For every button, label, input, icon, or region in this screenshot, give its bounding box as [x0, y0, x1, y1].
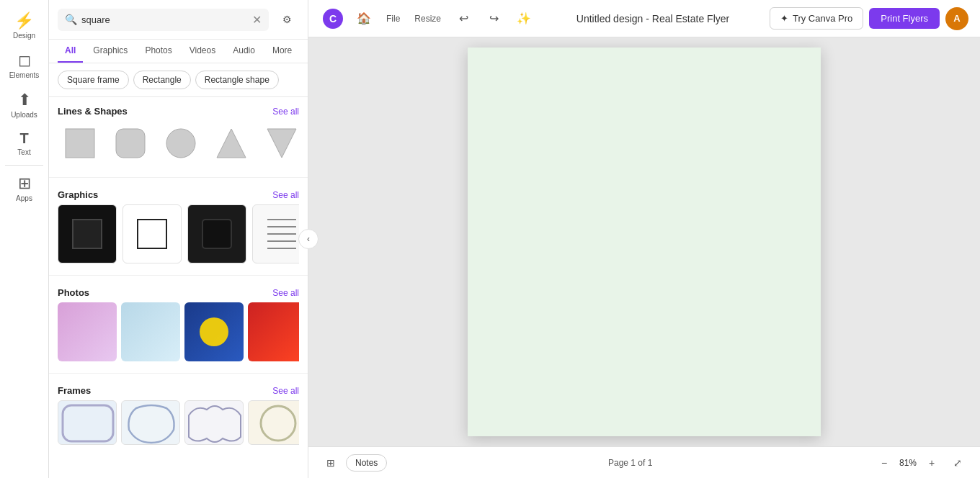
graphics-see-all[interactable]: See all — [272, 190, 299, 200]
frame-item-1[interactable] — [58, 400, 117, 445]
search-input-wrap[interactable]: 🔍 ✕ — [58, 9, 269, 31]
frames-grid — [58, 400, 299, 449]
magic-button[interactable]: ✨ — [512, 6, 536, 31]
lines-shapes-see-all[interactable]: See all — [272, 107, 299, 117]
sidebar-item-elements[interactable]: ◻ Elements — [0, 45, 48, 85]
photos-section: Photos See all › — [49, 279, 308, 370]
frame-item-2[interactable] — [121, 400, 180, 445]
divider-2 — [49, 275, 308, 276]
panel-sections: Lines & Shapes See all — [49, 97, 308, 478]
photos-see-all[interactable]: See all — [272, 288, 299, 298]
shape-square[interactable] — [58, 121, 102, 166]
notes-button[interactable]: Notes — [346, 454, 387, 472]
search-panel: 🔍 ✕ ⚙ All Graphics Photos Videos Audio M… — [49, 0, 308, 478]
shape-circle[interactable] — [159, 121, 203, 166]
lines-shapes-section: Lines & Shapes See all — [49, 97, 308, 174]
sidebar-label-text: Text — [17, 148, 30, 156]
bottombar-right: − 81% + ⤢ — [873, 452, 968, 474]
search-input[interactable] — [81, 14, 248, 25]
home-nav-button[interactable]: 🏠 — [352, 6, 376, 31]
photo-item-4[interactable] — [248, 302, 299, 361]
svg-point-16 — [200, 317, 228, 346]
topbar-center: Untitled design - Real Estate Flyer — [576, 13, 729, 24]
svg-marker-4 — [267, 129, 296, 158]
sidebar-item-apps[interactable]: ⊞ Apps — [0, 168, 48, 208]
resize-button[interactable]: Resize — [410, 6, 445, 31]
lines-shapes-title: Lines & Shapes — [58, 106, 128, 117]
print-flyers-button[interactable]: Print Flyers — [869, 8, 940, 29]
tab-all[interactable]: All — [58, 40, 83, 63]
svg-rect-1 — [116, 129, 145, 158]
graphic-item-1[interactable] — [58, 204, 117, 263]
frames-see-all[interactable]: See all — [272, 386, 299, 396]
tab-audio[interactable]: Audio — [226, 40, 262, 63]
shape-triangle-down[interactable] — [259, 121, 299, 166]
photo-item-3[interactable] — [184, 302, 244, 361]
apps-icon: ⊞ — [18, 174, 31, 193]
frames-header: Frames See all — [58, 381, 299, 400]
document-title: Untitled design - Real Estate Flyer — [576, 13, 729, 24]
quick-filter-rectangle-shape[interactable]: Rectangle shape — [195, 71, 279, 89]
svg-rect-13 — [58, 302, 117, 361]
sidebar-item-uploads[interactable]: ⬆ Uploads — [0, 85, 48, 125]
shape-triangle-up[interactable] — [209, 121, 254, 166]
panel-wrapper: 🔍 ✕ ⚙ All Graphics Photos Videos Audio M… — [49, 0, 308, 478]
bottombar-center: Page 1 of 1 — [608, 458, 652, 468]
sidebar-label-apps: Apps — [16, 194, 32, 202]
photo-item-1[interactable] — [58, 302, 117, 361]
tab-more[interactable]: More — [265, 40, 299, 63]
panel-collapse-button[interactable]: ‹ — [298, 229, 318, 249]
svg-point-2 — [166, 129, 195, 158]
try-pro-label: Try Canva Pro — [793, 13, 852, 24]
undo-button[interactable]: ↩ — [451, 6, 476, 31]
graphics-section: Graphics See all — [49, 181, 308, 272]
fit-to-screen-button[interactable]: ⤢ — [947, 452, 968, 474]
sidebar: ⚡ Design ◻ Elements ⬆ Uploads T Text ⊞ A… — [0, 0, 49, 478]
page-info: Page 1 of 1 — [608, 458, 652, 468]
tab-graphics[interactable]: Graphics — [86, 40, 135, 63]
canvas-area — [308, 37, 980, 446]
quick-filters: Square frame Rectangle Rectangle shape — [49, 63, 308, 97]
search-bar: 🔍 ✕ ⚙ — [49, 0, 308, 40]
sidebar-label-design: Design — [13, 32, 35, 40]
filter-tabs: All Graphics Photos Videos Audio More — [49, 40, 308, 63]
svg-marker-3 — [217, 129, 246, 158]
graphic-item-4[interactable] — [252, 204, 299, 263]
redo-button[interactable]: ↪ — [481, 6, 506, 31]
tab-photos[interactable]: Photos — [138, 40, 179, 63]
zoom-level: 81% — [899, 458, 917, 468]
filter-button[interactable]: ⚙ — [275, 7, 299, 32]
quick-filter-rectangle[interactable]: Rectangle — [133, 71, 191, 89]
svg-rect-0 — [66, 129, 94, 158]
shape-rounded-square[interactable] — [108, 121, 153, 166]
bottombar: ⊞ Notes Page 1 of 1 − 81% + ⤢ — [308, 446, 980, 478]
elements-icon: ◻ — [18, 51, 31, 70]
tab-videos[interactable]: Videos — [182, 40, 223, 63]
canvas-page[interactable] — [468, 48, 821, 436]
try-pro-button[interactable]: ✦ Try Canva Pro — [770, 7, 863, 30]
frame-item-3[interactable] — [184, 400, 244, 445]
user-avatar[interactable]: A — [945, 7, 968, 30]
graphics-grid: › — [58, 204, 299, 268]
clear-search-button[interactable]: ✕ — [252, 13, 262, 27]
zoom-out-button[interactable]: − — [873, 452, 895, 474]
frame-item-4[interactable] — [248, 400, 299, 445]
photos-grid: › — [58, 302, 299, 366]
show-pages-button[interactable]: ⊞ — [320, 452, 342, 474]
zoom-in-button[interactable]: + — [921, 452, 943, 474]
topbar-right: ✦ Try Canva Pro Print Flyers A — [770, 7, 968, 30]
graphic-item-3[interactable] — [187, 204, 246, 263]
svg-rect-5 — [73, 220, 102, 248]
home-button[interactable]: C — [320, 6, 346, 32]
graphic-item-2[interactable] — [122, 204, 182, 263]
sidebar-item-text[interactable]: T Text — [0, 125, 48, 162]
file-menu-button[interactable]: File — [382, 6, 404, 31]
sidebar-item-design[interactable]: ⚡ Design — [0, 6, 48, 45]
text-icon: T — [19, 130, 28, 147]
quick-filter-square-frame[interactable]: Square frame — [58, 71, 129, 89]
topbar: C 🏠 File Resize ↩ ↪ ✨ Untitled design - … — [308, 0, 980, 37]
divider-3 — [49, 373, 308, 374]
photo-item-2[interactable] — [121, 302, 180, 361]
svg-rect-6 — [138, 220, 166, 248]
svg-rect-18 — [63, 405, 113, 441]
